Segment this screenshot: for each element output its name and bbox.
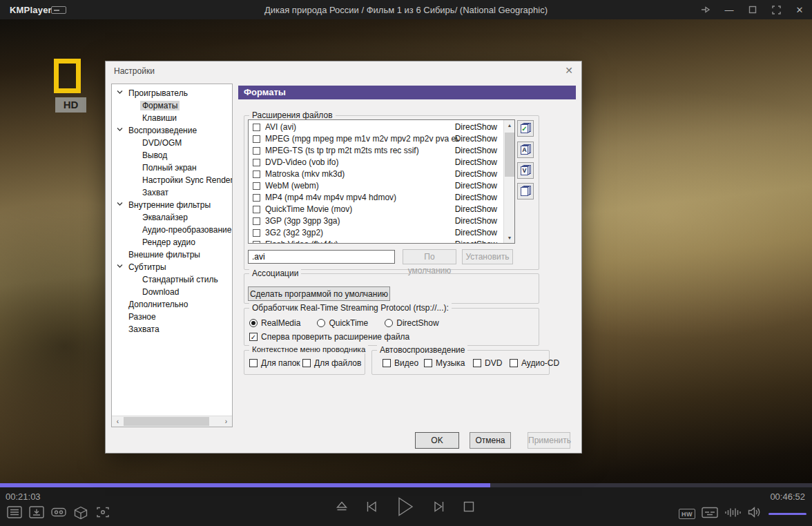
format-checkbox[interactable] bbox=[253, 135, 260, 143]
always-on-top-icon[interactable] bbox=[700, 4, 711, 15]
install-button[interactable]: Установить bbox=[462, 249, 513, 264]
fullscreen-button[interactable] bbox=[771, 4, 782, 15]
format-checkbox[interactable] bbox=[253, 124, 260, 131]
chevron-down-icon[interactable] bbox=[117, 127, 123, 132]
scrollbar-thumb[interactable] bbox=[124, 417, 209, 426]
scroll-left-icon[interactable]: ‹ bbox=[113, 417, 123, 427]
chevron-down-icon[interactable] bbox=[117, 202, 123, 206]
subtitle-icon[interactable] bbox=[702, 507, 718, 521]
scroll-right-icon[interactable]: › bbox=[221, 417, 231, 427]
maximize-button[interactable] bbox=[747, 4, 758, 15]
check-extension-first-checkbox[interactable]: ✓ Сперва проверить расширение файла bbox=[249, 332, 409, 342]
format-row[interactable]: MPEG-TS (ts tp trp m2t m2ts mts rec ssif… bbox=[249, 145, 503, 157]
format-handler: DirectShow bbox=[455, 204, 497, 215]
tree-item[interactable]: Форматы bbox=[112, 99, 232, 112]
equalizer-icon[interactable] bbox=[724, 507, 741, 521]
tree-item[interactable]: Дополнительно bbox=[112, 298, 232, 311]
group-label: Обработчик Real-Time Streaming Protocol … bbox=[249, 303, 452, 313]
format-checkbox[interactable] bbox=[253, 182, 260, 190]
format-handler: DirectShow bbox=[455, 180, 497, 192]
format-checkbox[interactable] bbox=[253, 229, 260, 237]
tree-item-label: Субтитры bbox=[128, 262, 166, 272]
eject-button[interactable] bbox=[335, 500, 349, 516]
scroll-down-icon[interactable]: ▼ bbox=[504, 233, 515, 243]
tree-item[interactable]: Клавиши bbox=[112, 112, 232, 124]
format-checkbox[interactable] bbox=[253, 147, 260, 155]
apply-button[interactable]: Применить bbox=[528, 432, 570, 449]
radio-label: RealMedia bbox=[261, 318, 300, 328]
format-checkbox[interactable] bbox=[253, 217, 260, 225]
format-checkbox[interactable] bbox=[253, 194, 260, 202]
tree-item[interactable]: Стандартный стиль bbox=[112, 273, 232, 286]
ok-button[interactable]: OK bbox=[415, 432, 459, 449]
tree-item[interactable]: Вывод bbox=[112, 149, 232, 162]
format-row[interactable]: WebM (webm)DirectShow bbox=[249, 180, 503, 192]
tree-item[interactable]: Захват bbox=[112, 186, 232, 199]
select-all-formats-button[interactable]: ✓ bbox=[517, 120, 534, 137]
format-row[interactable]: QuickTime Movie (mov)DirectShow bbox=[249, 204, 503, 215]
hw-decoder-toggle[interactable]: HW bbox=[679, 509, 695, 519]
tree-item[interactable]: Download bbox=[112, 286, 232, 298]
format-checkbox[interactable] bbox=[253, 206, 260, 213]
stop-button[interactable] bbox=[463, 500, 475, 516]
format-row[interactable]: 3G2 (3g2 3gp2)DirectShow bbox=[249, 227, 503, 239]
rtsp-radio-quicktime[interactable]: QuickTime bbox=[317, 318, 368, 328]
chevron-down-icon[interactable] bbox=[117, 264, 123, 269]
checkbox-1[interactable]: Для файлов bbox=[302, 358, 361, 368]
extension-input[interactable] bbox=[248, 250, 395, 264]
tree-item[interactable]: Рендер аудио bbox=[112, 236, 232, 249]
volume-icon[interactable] bbox=[747, 506, 762, 521]
format-checkbox[interactable] bbox=[253, 241, 260, 244]
minimize-button[interactable]: — bbox=[724, 4, 735, 15]
format-row[interactable]: Matroska (mkv mk3d)DirectShow bbox=[249, 168, 503, 180]
previous-button[interactable] bbox=[364, 499, 379, 517]
checkbox-2[interactable]: DVD bbox=[473, 358, 502, 368]
volume-slider[interactable] bbox=[768, 513, 806, 515]
checkbox-0[interactable]: Для папок bbox=[249, 358, 300, 368]
select-video-formats-button[interactable]: V bbox=[517, 162, 534, 179]
checkbox-1[interactable]: Музыка bbox=[424, 358, 465, 368]
checkbox-3[interactable]: Аудио-CD bbox=[510, 358, 559, 368]
tree-item[interactable]: Внешние фильтры bbox=[112, 249, 232, 261]
scrollbar-thumb[interactable] bbox=[505, 133, 514, 177]
rtsp-radio-realmedia[interactable]: RealMedia bbox=[249, 318, 300, 328]
close-button[interactable]: ✕ bbox=[794, 4, 805, 15]
format-name: AVI (avi) bbox=[265, 121, 296, 133]
radio-label: DirectShow bbox=[396, 318, 438, 328]
tree-item[interactable]: Разное bbox=[112, 311, 232, 323]
play-button[interactable] bbox=[395, 496, 416, 520]
scroll-up-icon[interactable]: ▲ bbox=[504, 120, 515, 130]
tree-item[interactable]: Эквалайзер bbox=[112, 211, 232, 224]
chevron-down-icon[interactable] bbox=[117, 90, 123, 95]
tree-horizontal-scrollbar[interactable]: ‹ › bbox=[112, 416, 232, 427]
list-vertical-scrollbar[interactable]: ▲ ▼ bbox=[503, 120, 514, 243]
next-button[interactable] bbox=[432, 499, 447, 517]
tree-item[interactable]: DVD/OGM bbox=[112, 137, 232, 149]
tree-item[interactable]: Настройки Sync Render bbox=[112, 174, 232, 186]
checkbox-label: Для файлов bbox=[314, 358, 361, 368]
dialog-close-icon[interactable]: ✕ bbox=[565, 65, 573, 76]
default-button[interactable]: По умолчанию bbox=[403, 249, 456, 264]
format-row[interactable]: MP4 (mp4 m4v mp4v mpv4 hdmov)DirectShow bbox=[249, 192, 503, 204]
format-row[interactable]: 3GP (3gp 3gpp 3ga)DirectShow bbox=[249, 215, 503, 227]
tree-item[interactable]: Захвата bbox=[112, 323, 232, 335]
select-audio-formats-button[interactable]: A bbox=[517, 142, 534, 158]
tree-item[interactable]: Воспроизведение bbox=[112, 124, 232, 137]
format-checkbox[interactable] bbox=[253, 159, 260, 166]
format-row[interactable]: AVI (avi)DirectShow bbox=[249, 121, 503, 133]
rtsp-radio-directshow[interactable]: DirectShow bbox=[385, 318, 438, 328]
cancel-button[interactable]: Отмена bbox=[470, 432, 511, 449]
format-row[interactable]: MPEG (mpg mpeg mpe m1v m2v mpv2 mp2v pva… bbox=[249, 133, 503, 145]
deselect-all-formats-button[interactable] bbox=[517, 183, 534, 199]
tree-item[interactable]: Полный экран bbox=[112, 162, 232, 174]
make-default-program-button[interactable]: Сделать программой по умолчанию bbox=[248, 286, 390, 301]
format-row[interactable]: DVD-Video (vob ifo)DirectShow bbox=[249, 157, 503, 168]
tree-item[interactable]: Субтитры bbox=[112, 261, 232, 273]
tree-item[interactable]: Аудио-преобразование bbox=[112, 224, 232, 236]
tree-item[interactable]: Внутренние фильтры bbox=[112, 199, 232, 211]
format-row[interactable]: Flash Video (flv f4v)DirectShow bbox=[249, 239, 503, 244]
checkbox-0[interactable]: Видео bbox=[383, 358, 418, 368]
format-checkbox[interactable] bbox=[253, 171, 260, 178]
tree-item[interactable]: Проигрыватель bbox=[112, 87, 232, 99]
group-label: Контекстное меню проводника bbox=[249, 345, 368, 353]
